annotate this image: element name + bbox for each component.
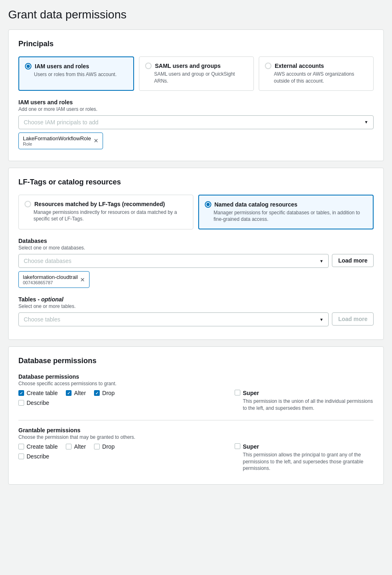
remove-db-button[interactable]: ✕ <box>80 276 85 283</box>
grantable-create-table[interactable]: Create table <box>18 443 58 450</box>
grantable-describe-checkbox[interactable] <box>18 454 24 459</box>
grantable-perms-group: Grantable permissions Choose the permiss… <box>18 427 374 472</box>
alter-label: Alter <box>74 390 86 396</box>
lf-tags-option-desc: Manage permissions indirectly for resour… <box>34 209 187 223</box>
named-option-label: Named data catalog resources <box>215 201 298 208</box>
chevron-down-icon: ▼ <box>320 259 324 263</box>
lf-tags-radio-icon <box>25 201 31 207</box>
grantable-super-label: Super <box>243 443 374 450</box>
drop-checkbox[interactable] <box>94 390 100 396</box>
section-divider <box>18 420 374 420</box>
named-option-desc: Manager permissions for specific databas… <box>214 209 367 223</box>
tables-select[interactable]: Choose tables ▼ <box>18 312 329 326</box>
perm-drop[interactable]: Drop <box>94 390 114 396</box>
grantable-super-desc: This permission allows the principal to … <box>243 451 374 472</box>
page-title: Grant data permissions <box>8 8 384 21</box>
external-radio-icon <box>265 63 271 69</box>
iam-desc: Users or roles from this AWS account. <box>34 71 128 78</box>
principal-external-card[interactable]: External accounts AWS accounts or AWS or… <box>259 56 374 91</box>
iam-field-group: IAM users and roles Add one or more IAM … <box>18 99 374 151</box>
grantable-describe[interactable]: Describe <box>18 453 49 460</box>
db-perms-sublabel: Choose specific access permissions to gr… <box>18 381 374 386</box>
grantable-alter-label: Alter <box>74 443 86 450</box>
databases-load-more-button[interactable]: Load more <box>332 254 374 267</box>
saml-desc: SAML users and group or QuickSight ARNs. <box>154 71 248 85</box>
principals-section: Principals IAM users and roles Users or … <box>8 29 384 161</box>
alter-checkbox[interactable] <box>66 390 72 396</box>
remove-role-button[interactable]: ✕ <box>94 137 99 144</box>
grantable-create-table-label: Create table <box>27 443 58 450</box>
principals-title: Principals <box>18 40 374 48</box>
databases-sublabel: Select one or more databases. <box>18 245 374 251</box>
grantable-label: Grantable permissions <box>18 427 374 433</box>
lf-tags-card[interactable]: Resources matched by LF-Tags (recommende… <box>18 195 193 230</box>
external-desc: AWS accounts or AWS organizations outsid… <box>274 71 367 85</box>
grantable-create-table-checkbox[interactable] <box>18 444 24 449</box>
grantable-alter-checkbox[interactable] <box>66 444 72 449</box>
principal-type-group: IAM users and roles Users or roles from … <box>18 56 374 91</box>
grantable-drop-checkbox[interactable] <box>94 444 100 449</box>
principal-iam-card[interactable]: IAM users and roles Users or roles from … <box>18 56 134 91</box>
db-perms-group: Database permissions Choose specific acc… <box>18 373 374 413</box>
lf-tags-section: LF-Tags or catalog resources Resources m… <box>8 168 384 340</box>
db-name: lakeformation-cloudtrail <box>23 274 78 280</box>
tables-placeholder: Choose tables <box>24 316 60 323</box>
databases-field-group: Databases Select one or more databases. … <box>18 238 374 290</box>
grantable-sublabel: Choose the permission that may be grante… <box>18 434 374 440</box>
db-id: 007436865787 <box>23 280 78 285</box>
grantable-alter[interactable]: Alter <box>66 443 86 450</box>
chevron-down-icon: ▼ <box>364 120 368 124</box>
lf-tags-title: LF-Tags or catalog resources <box>18 178 374 186</box>
super-desc: This permission is the union of all the … <box>243 398 374 412</box>
selected-db-tag: lakeformation-cloudtrail 007436865787 ✕ <box>18 271 90 288</box>
grantable-drop-label: Drop <box>102 443 114 450</box>
iam-field-label: IAM users and roles <box>18 99 374 106</box>
db-permissions-section: Database permissions Database permission… <box>8 346 384 485</box>
iam-radio-icon <box>25 63 31 70</box>
create-table-checkbox[interactable] <box>18 390 24 396</box>
saml-radio-icon <box>145 63 152 69</box>
grantable-drop[interactable]: Drop <box>94 443 114 450</box>
create-table-label: Create table <box>27 390 58 396</box>
named-radio-icon <box>205 201 211 208</box>
perm-alter[interactable]: Alter <box>66 390 86 396</box>
chevron-down-icon: ▼ <box>320 317 324 322</box>
tables-label: Tables - optional <box>18 296 374 303</box>
tables-field-group: Tables - optional Select one or more tab… <box>18 296 374 326</box>
drop-label: Drop <box>102 390 114 396</box>
grantable-describe-label: Describe <box>27 453 49 460</box>
iam-label: IAM users and roles <box>35 63 89 70</box>
iam-field-sublabel: Add one or more IAM users or roles. <box>18 106 374 112</box>
iam-principal-select[interactable]: Choose IAM principals to add ▼ <box>18 115 374 129</box>
perm-describe[interactable]: Describe <box>18 400 49 406</box>
super-checkbox[interactable] <box>235 390 240 395</box>
db-permissions-title: Database permissions <box>18 357 374 365</box>
grantable-super-checkbox[interactable] <box>235 443 240 449</box>
databases-label: Databases <box>18 238 374 244</box>
selected-role-tag: LakeFormationWorkflowRole Role ✕ <box>18 133 103 149</box>
saml-label: SAML users and groups <box>155 63 221 69</box>
db-perms-label: Database permissions <box>18 373 374 380</box>
role-name: LakeFormationWorkflowRole <box>23 135 91 142</box>
describe-checkbox[interactable] <box>18 400 24 406</box>
external-label: External accounts <box>275 63 324 69</box>
named-resources-card[interactable]: Named data catalog resources Manager per… <box>198 195 374 230</box>
role-type: Role <box>23 142 91 146</box>
principal-saml-card[interactable]: SAML users and groups SAML users and gro… <box>139 56 254 91</box>
tables-load-more-button[interactable]: Load more <box>332 312 374 326</box>
tables-sublabel: Select one or more tables. <box>18 303 374 309</box>
databases-select[interactable]: Choose databases ▼ <box>18 254 329 268</box>
super-label: Super <box>243 390 374 396</box>
lf-tags-option-label: Resources matched by LF-Tags (recommende… <box>34 201 165 207</box>
resource-type-group: Resources matched by LF-Tags (recommende… <box>18 195 374 230</box>
iam-placeholder: Choose IAM principals to add <box>24 119 99 126</box>
describe-label: Describe <box>27 400 49 406</box>
perm-create-table[interactable]: Create table <box>18 390 58 396</box>
databases-placeholder: Choose databases <box>24 258 72 264</box>
